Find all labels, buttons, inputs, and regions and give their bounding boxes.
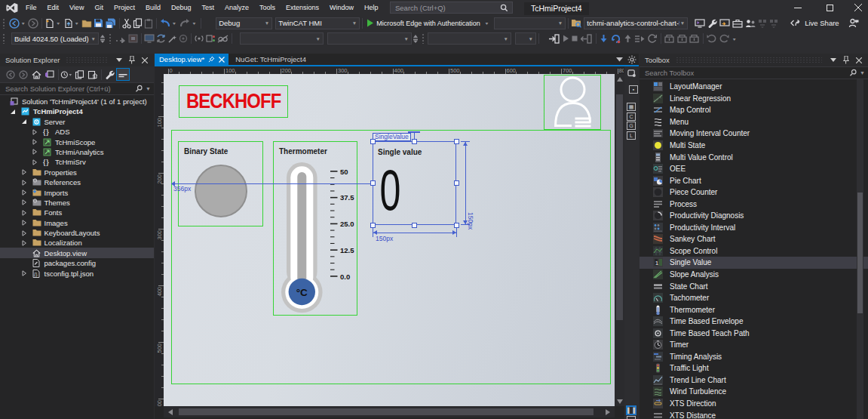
collapsed-arrow-icon[interactable] bbox=[32, 129, 38, 135]
navigate-forward-button[interactable] bbox=[27, 16, 39, 30]
cut-button[interactable] bbox=[121, 16, 132, 30]
security-management-button[interactable] bbox=[216, 32, 229, 46]
designer-c-icon[interactable]: C bbox=[627, 112, 636, 121]
navigate-back-button[interactable]: ▼ bbox=[8, 16, 27, 30]
forward-icon[interactable] bbox=[17, 68, 29, 81]
menu-debug[interactable]: Debug bbox=[166, 0, 197, 15]
work-items-button[interactable] bbox=[732, 16, 744, 30]
float-window-icon[interactable] bbox=[627, 69, 636, 77]
save-button[interactable] bbox=[93, 16, 104, 30]
toolbox-item-trend-line-chart[interactable]: Trend Line Chart bbox=[639, 374, 868, 387]
scroll-down-arrow[interactable] bbox=[617, 399, 623, 404]
undo-button[interactable]: ▼ bbox=[158, 16, 178, 30]
empty-combo-c[interactable]: ▼ bbox=[428, 32, 511, 45]
menu-git[interactable]: Git bbox=[89, 0, 109, 15]
archive-button-3[interactable] bbox=[689, 32, 701, 46]
configure-tools-button[interactable] bbox=[707, 16, 718, 30]
solution-configuration-combo[interactable]: Debug▼ bbox=[216, 17, 272, 29]
toolbox-item-pie-chart[interactable]: Pie Chart bbox=[639, 174, 868, 186]
toolbox-item-xts-distance[interactable]: XTS Distance bbox=[639, 409, 868, 419]
empty-combo-b[interactable]: ▼ bbox=[327, 32, 412, 45]
menu-help[interactable]: Help bbox=[359, 0, 384, 15]
expanded-arrow-icon[interactable] bbox=[10, 109, 16, 115]
goto-linked-element-button[interactable] bbox=[115, 32, 127, 46]
window-menu-icon[interactable] bbox=[828, 55, 839, 66]
free-run-button[interactable] bbox=[178, 32, 189, 46]
designer-target-icon[interactable]: ▪ bbox=[629, 85, 638, 94]
toolbox-scroll-thumb[interactable] bbox=[857, 193, 863, 313]
scan-button[interactable] bbox=[167, 32, 178, 46]
close-icon[interactable] bbox=[854, 55, 864, 66]
binary-state-control[interactable]: Binary State bbox=[178, 141, 263, 226]
thermometer-control[interactable]: Thermometer °C 5037.525.012.50.0 bbox=[273, 141, 357, 316]
selection-handle[interactable] bbox=[454, 223, 459, 228]
selection-handle[interactable] bbox=[370, 139, 376, 144]
run-list-button[interactable] bbox=[633, 32, 646, 46]
sync-with-active-document-icon[interactable] bbox=[73, 68, 85, 81]
tree-item-solution-tchmiproject4-1-of-1-project[interactable]: Solution 'TcHmiProject4' (1 of 1 project… bbox=[0, 97, 154, 106]
tab-nuget[interactable]: NuGet: TcHmiProject4 bbox=[229, 54, 313, 65]
search-options-caret[interactable]: ▼ bbox=[860, 70, 865, 75]
feedback-button[interactable] bbox=[848, 18, 859, 28]
overflow-caret[interactable]: ▼ bbox=[731, 36, 738, 42]
toolbox-item-slope-analysis[interactable]: Slope Analysis bbox=[639, 269, 868, 281]
menu-edit[interactable]: Edit bbox=[42, 0, 65, 15]
split-horizontal-icon[interactable]: ▬ bbox=[627, 416, 636, 419]
preview-selected-items-icon[interactable] bbox=[86, 68, 98, 81]
save-all-button[interactable] bbox=[104, 16, 117, 30]
designer-g-icon[interactable]: G bbox=[627, 122, 636, 130]
pin-icon[interactable] bbox=[127, 55, 137, 66]
toolbox-item-wind-turbulence[interactable]: Wind Turbulence bbox=[639, 386, 868, 398]
paste-button[interactable] bbox=[143, 16, 154, 30]
selection-handle[interactable] bbox=[412, 139, 417, 144]
menu-analyze[interactable]: Analyze bbox=[219, 0, 254, 15]
collapsed-arrow-icon[interactable] bbox=[21, 240, 27, 246]
play-disabled-button[interactable] bbox=[561, 32, 571, 46]
collapsed-arrow-icon[interactable] bbox=[32, 159, 38, 165]
designer-view-icon[interactable]: ▦ bbox=[627, 103, 636, 111]
remote-debugger-button[interactable] bbox=[719, 16, 731, 30]
toolbox-item-multi-state[interactable]: Multi State bbox=[639, 140, 868, 152]
switch-views-icon[interactable] bbox=[43, 68, 55, 81]
toolbox-item-productivity-interval[interactable]: Productivity Interval bbox=[639, 222, 868, 234]
window-menu-icon[interactable] bbox=[114, 55, 124, 66]
toolbox-item-state-chart[interactable]: State Chart bbox=[639, 280, 868, 292]
toolbox-item-process[interactable]: Process bbox=[639, 198, 868, 210]
menu-project[interactable]: Project bbox=[109, 0, 140, 15]
toolbox-item-sankey-chart[interactable]: Sankey Chart bbox=[639, 233, 868, 245]
toolbox-item-thermometer[interactable]: Thermometer bbox=[639, 303, 868, 316]
archive-button-2[interactable] bbox=[676, 32, 689, 46]
disabled-columns-button2[interactable] bbox=[768, 16, 779, 30]
designer-horizontal-scrollbar[interactable] bbox=[164, 406, 615, 417]
live-share-button[interactable]: Live Share bbox=[790, 18, 839, 28]
toolbox-scrollbar[interactable] bbox=[857, 79, 863, 419]
pin-icon[interactable] bbox=[841, 55, 851, 66]
minimize-button[interactable] bbox=[787, 0, 809, 15]
open-in-vs-button[interactable] bbox=[694, 16, 706, 30]
design-canvas[interactable]: BECKHOFF bbox=[164, 74, 615, 406]
toolbox-item-oee[interactable]: OEE bbox=[639, 163, 868, 175]
repository-combo[interactable]: tchmi-analytics-control-chart-fi▼ bbox=[584, 17, 688, 29]
tree-item-properties[interactable]: Properties bbox=[0, 167, 154, 177]
menu-build[interactable]: Build bbox=[140, 0, 166, 15]
detach-button[interactable] bbox=[579, 32, 593, 46]
solution-explorer-search[interactable]: Search Solution Explorer (Ctrl+ü) ▼ bbox=[0, 82, 154, 95]
toolbox-item-moving-interval-counter[interactable]: Moving Interval Counter bbox=[639, 128, 868, 140]
menu-extensions[interactable]: Extensions bbox=[281, 0, 324, 15]
show-online-data-button[interactable] bbox=[193, 32, 205, 46]
selection-handle[interactable] bbox=[370, 223, 376, 228]
toolbox-item-productivity-diagnosis[interactable]: Productivity Diagnosis bbox=[639, 210, 868, 222]
collapsed-arrow-icon[interactable] bbox=[21, 180, 27, 186]
stop-disabled-button[interactable] bbox=[571, 32, 580, 46]
editor-options-gear-icon[interactable] bbox=[627, 55, 636, 64]
reload-devices-button[interactable] bbox=[155, 32, 167, 46]
maximize-button[interactable] bbox=[818, 0, 841, 15]
home-icon[interactable] bbox=[30, 68, 42, 81]
collapsed-arrow-icon[interactable] bbox=[21, 199, 27, 205]
empty-combo-a[interactable]: ▼ bbox=[240, 32, 324, 45]
menu-tools[interactable]: Tools bbox=[254, 0, 281, 15]
horizontal-scroll-thumb[interactable] bbox=[179, 408, 593, 415]
redo-checkout-button[interactable] bbox=[718, 32, 731, 46]
pending-changes-filter-icon[interactable] bbox=[60, 68, 72, 81]
menu-view[interactable]: View bbox=[64, 0, 89, 15]
